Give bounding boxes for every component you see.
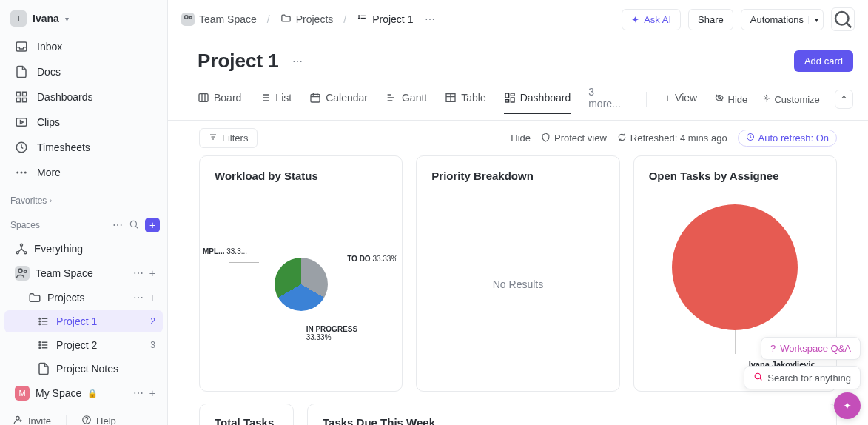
card-title: Priority Breakdown bbox=[431, 170, 604, 182]
collapse-views-button[interactable]: ⌃ bbox=[835, 90, 853, 109]
card-title: Open Tasks by Assignee bbox=[649, 170, 821, 182]
svg-point-13 bbox=[16, 252, 18, 254]
button-label: Search for anything bbox=[767, 372, 851, 384]
breadcrumb-more-icon[interactable]: ⋯ bbox=[425, 13, 435, 25]
card-title: Workload by Status bbox=[215, 170, 387, 182]
tab-label: List bbox=[275, 92, 292, 104]
share-button[interactable]: Share bbox=[688, 9, 733, 30]
nav-clips[interactable]: Clips bbox=[4, 110, 163, 134]
card-workload-by-status[interactable]: Workload by Status MPL... 33.3... TO DO … bbox=[199, 155, 403, 392]
button-label: Workspace Q&A bbox=[780, 343, 851, 354]
nav-label: More bbox=[37, 167, 61, 178]
protect-view-button[interactable]: Protect view bbox=[541, 133, 607, 144]
button-label: Share bbox=[698, 14, 724, 25]
hide-link[interactable]: Hide bbox=[511, 133, 531, 144]
tree-my-space[interactable]: M My Space 🔒 ⋯ + bbox=[4, 381, 163, 405]
tree-team-space[interactable]: Team Space ⋯ + bbox=[4, 261, 163, 285]
plus-icon[interactable]: + bbox=[149, 387, 155, 399]
list-icon bbox=[37, 315, 50, 328]
ai-fab-button[interactable]: ✦ bbox=[834, 392, 861, 419]
plus-icon[interactable]: + bbox=[149, 267, 155, 279]
svg-rect-32 bbox=[311, 94, 320, 102]
search-icon bbox=[832, 8, 854, 30]
user-menu[interactable]: I Ivana ▾ bbox=[0, 7, 167, 34]
page-title-more-icon[interactable]: ⋯ bbox=[292, 56, 303, 67]
dashboard-icon bbox=[504, 92, 516, 104]
search-button[interactable] bbox=[831, 7, 855, 31]
workspace-qa-button[interactable]: ?Workspace Q&A bbox=[761, 337, 861, 360]
breadcrumb-space[interactable]: Team Space bbox=[181, 13, 257, 26]
tree-project-2[interactable]: Project 2 3 bbox=[4, 334, 163, 356]
tab-list[interactable]: List bbox=[259, 84, 292, 114]
nav-docs[interactable]: Docs bbox=[4, 60, 163, 84]
list-icon bbox=[259, 92, 271, 104]
add-space-button[interactable]: + bbox=[145, 218, 160, 232]
svg-point-20 bbox=[39, 342, 41, 344]
inbox-icon bbox=[15, 40, 28, 53]
ask-ai-button[interactable]: ✦ Ask AI bbox=[622, 9, 681, 30]
button-label: Filters bbox=[222, 133, 248, 144]
global-search-button[interactable]: Search for anything bbox=[744, 366, 861, 389]
card-total-tasks[interactable]: Total Tasks bbox=[199, 404, 294, 425]
tree-label: Project Notes bbox=[56, 363, 118, 375]
plus-icon[interactable]: + bbox=[149, 292, 155, 304]
svg-point-11 bbox=[130, 221, 136, 227]
chevron-down-icon: ▾ bbox=[65, 15, 69, 23]
card-tasks-due-week[interactable]: Tasks Due This Week Status Collapse all … bbox=[307, 404, 837, 425]
tree-projects[interactable]: Projects ⋯ + bbox=[4, 287, 163, 309]
spaces-more-icon[interactable]: ⋯ bbox=[112, 219, 123, 231]
card-priority-breakdown[interactable]: Priority Breakdown No Results bbox=[416, 155, 619, 392]
hide-button[interactable]: Hide bbox=[715, 93, 747, 104]
clock-icon bbox=[15, 141, 28, 154]
more-icon[interactable]: ⋯ bbox=[133, 292, 144, 304]
tab-dashboard[interactable]: Dashboard bbox=[504, 84, 571, 114]
invite-button[interactable]: Invite bbox=[13, 415, 51, 425]
nav-dashboards[interactable]: Dashboards bbox=[4, 85, 163, 109]
add-view-button[interactable]: +View bbox=[665, 84, 697, 114]
help-icon: ? bbox=[770, 343, 776, 354]
breadcrumb-folder[interactable]: Projects bbox=[280, 13, 334, 26]
button-label: Hide bbox=[728, 94, 748, 105]
tree-project-notes[interactable]: Project Notes bbox=[4, 358, 163, 380]
clips-icon bbox=[15, 116, 28, 129]
tab-gantt[interactable]: Gantt bbox=[386, 84, 427, 114]
invite-icon bbox=[13, 415, 24, 425]
tab-board[interactable]: Board bbox=[198, 84, 241, 114]
nav-more[interactable]: More bbox=[4, 161, 163, 184]
dashboard-icon bbox=[15, 90, 28, 104]
add-card-button[interactable]: Add card bbox=[794, 50, 853, 72]
tab-table[interactable]: Table bbox=[445, 84, 485, 114]
sparkle-icon: ✦ bbox=[631, 14, 639, 25]
svg-point-30 bbox=[835, 12, 849, 25]
breadcrumb-separator: / bbox=[267, 13, 270, 25]
tab-calendar[interactable]: Calendar bbox=[309, 84, 368, 114]
svg-point-16 bbox=[24, 270, 27, 272]
tab-label: Calendar bbox=[326, 92, 368, 104]
nav-label: Docs bbox=[37, 66, 61, 78]
more-icon[interactable]: ⋯ bbox=[133, 267, 144, 279]
card-title: Tasks Due This Week bbox=[323, 416, 821, 425]
search-icon[interactable] bbox=[129, 219, 139, 232]
tab-more[interactable]: 3 more... bbox=[588, 78, 628, 120]
tree-project-1[interactable]: Project 1 2 bbox=[4, 310, 163, 332]
tree-everything[interactable]: Everything bbox=[4, 238, 163, 260]
nav-timesheets[interactable]: Timesheets bbox=[4, 135, 163, 159]
ai-icon: ✦ bbox=[843, 400, 852, 412]
status-label: Refreshed: 4 mins ago bbox=[630, 133, 727, 144]
help-button[interactable]: Help bbox=[81, 415, 116, 425]
page-title: Project 1 bbox=[198, 50, 279, 73]
more-icon[interactable]: ⋯ bbox=[133, 387, 144, 399]
favorites-section[interactable]: Favorites › bbox=[0, 185, 167, 210]
doc-icon bbox=[37, 362, 50, 375]
calendar-icon bbox=[309, 92, 321, 104]
topbar: Team Space / Projects / Project 1 ⋯ ✦ As… bbox=[168, 0, 868, 39]
auto-refresh-toggle[interactable]: Auto refresh: On bbox=[738, 130, 837, 147]
nav-inbox[interactable]: Inbox bbox=[4, 35, 163, 58]
breadcrumb-current[interactable]: Project 1 bbox=[357, 13, 413, 26]
refresh-status[interactable]: Refreshed: 4 mins ago bbox=[617, 133, 727, 144]
folder-icon bbox=[280, 13, 292, 26]
customize-button[interactable]: Customize bbox=[762, 94, 820, 105]
view-tabs: Board List Calendar Gantt Table Dashboar… bbox=[168, 78, 868, 121]
filters-button[interactable]: Filters bbox=[199, 128, 258, 148]
automations-button[interactable]: Automations ▾ bbox=[741, 9, 824, 30]
